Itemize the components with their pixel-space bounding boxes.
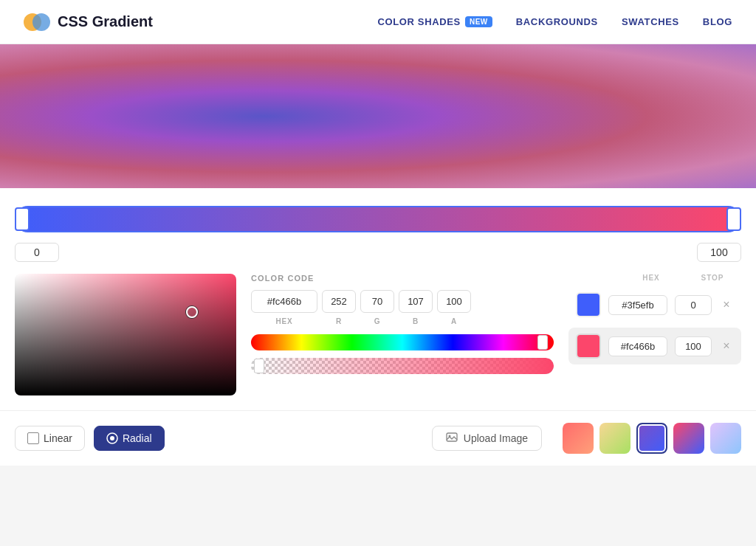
radial-button[interactable]: Radial [94,426,165,451]
nav-swatches[interactable]: SWATCHES [622,16,679,27]
nav-color-shades[interactable]: COLOR SHADES NEW [377,16,492,27]
position-left-input[interactable] [15,243,59,262]
svg-rect-4 [447,433,457,441]
g-label: G [360,317,394,325]
stop-1-hex-input[interactable] [608,295,667,315]
saturation-picker[interactable] [15,274,236,395]
hex-label: HEX [251,317,317,325]
new-badge: NEW [465,16,492,27]
bottom-bar: Linear Radial Upload Image [0,410,756,466]
color-code-section: COLOR CODE HEX R G B A [251,274,554,374]
r-input[interactable] [322,290,356,313]
color-sublabels: HEX R G B A [251,317,554,325]
main-panel: COLOR CODE HEX R G B A [0,188,756,410]
hex-input[interactable] [251,290,317,313]
linear-label: Linear [44,432,72,444]
logo-icon [24,9,50,35]
color-stop-2: × [568,328,741,364]
svg-point-3 [110,436,114,440]
hue-slider[interactable] [251,334,554,350]
alpha-gradient [251,358,554,374]
radial-icon [106,432,118,444]
stop-col-header: STOP [694,274,731,282]
r-label: R [322,317,356,325]
color-tools-row: COLOR CODE HEX R G B A [15,274,741,395]
radial-label: Radial [123,432,152,444]
header: CSS Gradient COLOR SHADES NEW BACKGROUND… [0,0,756,44]
nav-backgrounds[interactable]: BACKGROUNDS [516,16,598,27]
color-stops-section: HEX STOP × × [568,274,741,369]
gradient-preview [0,44,756,188]
upload-icon [446,432,458,444]
hex-col-header: HEX [622,274,681,282]
color-stop-1: × [568,286,741,323]
saturation-picker-cursor [186,306,198,318]
stop-2-position-input[interactable] [675,336,712,356]
stops-column-headers: HEX STOP [568,274,741,282]
svg-point-1 [32,13,50,31]
position-row [15,243,741,262]
b-label: B [399,317,433,325]
hue-thumb[interactable] [537,335,548,350]
color-inputs-row [251,290,554,313]
logo-text: CSS Gradient [58,13,153,30]
gradient-slider-track[interactable] [15,206,741,232]
linear-button[interactable]: Linear [15,426,85,451]
preset-swatch-4[interactable] [673,423,704,454]
stop-1-swatch[interactable] [576,292,601,317]
gradient-thumb-left[interactable] [15,207,30,231]
preset-swatch-5[interactable] [710,423,741,454]
nav-color-shades-label: COLOR SHADES [377,16,461,27]
preset-swatches [563,423,741,454]
main-nav: COLOR SHADES NEW BACKGROUNDS SWATCHES BL… [377,16,732,27]
preset-swatch-1[interactable] [563,423,594,454]
stop-2-delete-button[interactable]: × [719,339,734,353]
b-input[interactable] [399,290,433,313]
preset-swatch-3[interactable] [636,423,667,454]
stop-2-swatch[interactable] [576,334,601,359]
stop-1-position-input[interactable] [675,295,712,315]
gradient-thumb-right[interactable] [726,207,741,231]
upload-image-button[interactable]: Upload Image [432,426,542,451]
alpha-slider[interactable] [251,358,554,374]
g-input[interactable] [360,290,394,313]
a-input[interactable] [437,290,471,313]
a-label: A [437,317,471,325]
nav-blog[interactable]: BLOG [703,16,732,27]
gradient-slider-container [15,206,741,232]
stop-2-hex-input[interactable] [608,336,667,356]
position-right-input[interactable] [697,243,741,262]
color-code-label: COLOR CODE [251,274,554,283]
upload-label: Upload Image [464,432,528,444]
stop-1-delete-button[interactable]: × [719,297,734,312]
preset-swatch-2[interactable] [599,423,630,454]
alpha-thumb[interactable] [254,359,264,373]
logo-area: CSS Gradient [24,9,153,35]
linear-icon [27,432,39,444]
